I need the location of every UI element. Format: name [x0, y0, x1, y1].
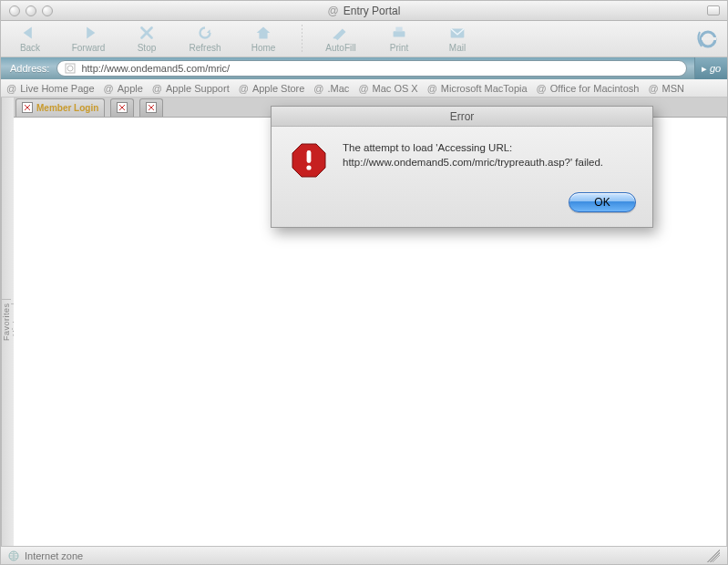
svg-rect-7: [702, 37, 716, 40]
svg-point-12: [306, 165, 311, 170]
sidebar: Favorites History Search Scrapbook Page …: [1, 98, 14, 546]
url-input[interactable]: [81, 63, 679, 74]
tab-blank-1[interactable]: [110, 98, 134, 117]
dialog-title: Error: [272, 107, 652, 127]
broken-image-icon: [117, 102, 128, 113]
sidebar-tab-favorites[interactable]: Favorites: [2, 299, 11, 345]
svg-rect-4: [395, 27, 402, 32]
refresh-button[interactable]: Refresh: [185, 25, 225, 53]
bookmark-msn[interactable]: @MSN: [648, 83, 684, 94]
forward-button[interactable]: Forward: [68, 25, 108, 53]
svg-rect-13: [307, 150, 312, 163]
title-bar: @ Entry Portal: [1, 1, 727, 21]
svg-rect-3: [394, 31, 405, 36]
go-button[interactable]: go: [694, 57, 727, 79]
toolbar-toggle-button[interactable]: [707, 5, 720, 15]
bookmark-office-mac[interactable]: @Office for Macintosh: [537, 83, 640, 94]
address-field[interactable]: [56, 60, 687, 77]
ok-button[interactable]: OK: [569, 192, 636, 212]
at-icon: @: [6, 83, 16, 94]
back-button[interactable]: Back: [10, 25, 50, 53]
resize-grip[interactable]: [707, 550, 720, 562]
ie-logo-icon: [694, 26, 718, 50]
tab-member-login[interactable]: Member Login: [15, 98, 105, 117]
window-title: @ Entry Portal: [1, 5, 727, 17]
browser-window: @ Entry Portal Back Forward Stop Refresh: [0, 0, 728, 565]
at-icon: @: [537, 83, 547, 94]
page-icon: [65, 63, 76, 74]
status-zone-text: Internet zone: [25, 550, 83, 561]
window-title-text: Entry Portal: [343, 5, 401, 17]
error-stop-icon: [290, 141, 328, 180]
address-bar: Address: go: [1, 57, 727, 79]
bookmark-dot-mac[interactable]: @.Mac: [313, 83, 349, 94]
toolbar: Back Forward Stop Refresh Home: [1, 21, 727, 57]
home-button[interactable]: Home: [243, 25, 283, 53]
error-dialog: Error The attempt to load 'Accessing URL…: [271, 106, 653, 228]
at-icon: @: [313, 83, 323, 94]
bookmark-mac-os-x[interactable]: @Mac OS X: [358, 83, 417, 94]
mail-button[interactable]: Mail: [437, 25, 477, 53]
dialog-message: The attempt to load 'Accessing URL: http…: [343, 141, 616, 180]
autofill-button[interactable]: AutoFill: [321, 25, 361, 53]
tab-label: Member Login: [36, 103, 98, 113]
broken-image-icon: [22, 102, 33, 113]
stop-button[interactable]: Stop: [127, 25, 167, 53]
toolbar-separator: [302, 25, 302, 54]
bookmark-apple-support[interactable]: @Apple Support: [152, 83, 230, 94]
bookmarks-bar: @Live Home Page @Apple @Apple Support @A…: [1, 79, 727, 98]
at-icon: @: [104, 83, 114, 94]
at-icon: @: [239, 83, 249, 94]
bookmark-apple-store[interactable]: @Apple Store: [239, 83, 305, 94]
bookmark-mactopia[interactable]: @Microsoft MacTopia: [427, 83, 528, 94]
print-button[interactable]: Print: [379, 25, 419, 53]
bookmark-live-home-page[interactable]: @Live Home Page: [6, 83, 95, 94]
at-icon: @: [152, 83, 162, 94]
globe-icon: [8, 550, 19, 561]
at-icon: @: [328, 5, 339, 17]
at-icon: @: [648, 83, 658, 94]
at-icon: @: [358, 83, 368, 94]
svg-rect-2: [333, 37, 338, 39]
bookmark-apple[interactable]: @Apple: [104, 83, 143, 94]
address-label: Address:: [10, 63, 49, 74]
broken-image-icon: [146, 102, 157, 113]
at-icon: @: [427, 83, 437, 94]
tab-blank-2[interactable]: [139, 98, 163, 117]
status-bar: Internet zone: [1, 546, 727, 564]
